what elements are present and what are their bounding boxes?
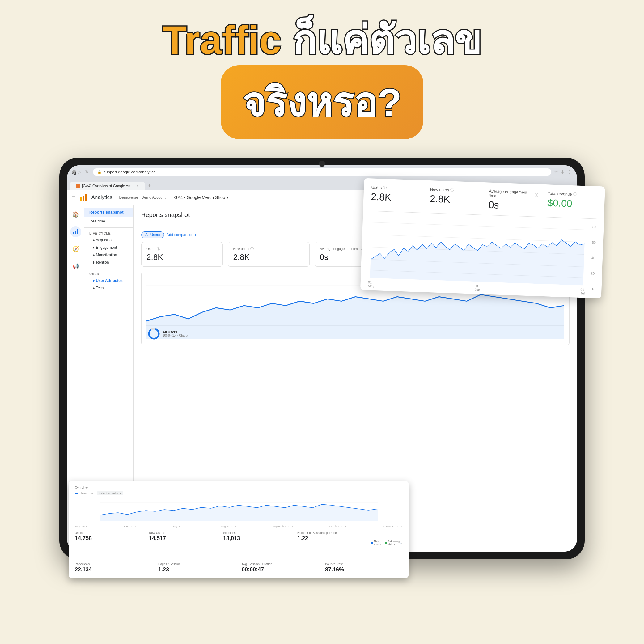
breadcrumb-arrow: › (169, 195, 171, 200)
url-bar[interactable]: 🔒 support.google.com/analytics (93, 168, 551, 176)
sessions-per-user-value: 1.22 (297, 535, 365, 542)
users-bottom-label: Users (75, 531, 143, 535)
svg-rect-1 (83, 196, 84, 201)
realtime-nav[interactable]: Realtime (84, 217, 133, 226)
new-users-label: New users ⓘ (233, 247, 304, 251)
users-label: Users ⓘ (146, 247, 218, 251)
browser-forward[interactable]: ▷ (78, 169, 83, 175)
engagement-nav[interactable]: ▸ Engagement (84, 244, 133, 251)
users-stat: Users 14,756 (75, 531, 143, 556)
floating-analytics-card: Users ⓘ 2.8K New users ⓘ 2.8K Average en… (360, 178, 605, 298)
floating-engagement-label: Average engagement time ⓘ (489, 189, 539, 200)
tech-nav[interactable]: ▸ Tech (84, 284, 133, 292)
tablet-wrapper: ◁ ▷ ↻ 🔒 support.google.com/analytics ☆ ⬇… (59, 158, 585, 559)
floating-revenue-value: $0.00 (547, 197, 597, 210)
all-users-chip[interactable]: All Users (141, 231, 164, 238)
download-icon[interactable]: ⬇ (561, 169, 565, 175)
users-card: Users ⓘ 2.8K (141, 242, 223, 267)
hamburger-icon[interactable]: ≡ (72, 194, 75, 201)
svg-marker-10 (146, 294, 564, 339)
floating-engagement-info: ⓘ (535, 192, 539, 197)
x-label-may: 01May (368, 280, 375, 288)
x-label-jun: 01Jun (474, 284, 480, 292)
avg-duration-label: Avg. Session Duration (242, 562, 319, 566)
bounce-rate-stat: Bounce Rate 87.16% (325, 562, 402, 573)
title-traffic: Traffic (163, 18, 281, 62)
new-users-value: 2.8K (233, 252, 304, 262)
reports-bar-icon (73, 229, 79, 235)
tablet-camera (319, 161, 325, 167)
floating-users-value: 2.8K (371, 191, 421, 204)
more-icon[interactable]: ⋮ (567, 169, 572, 175)
date-sep2017: September 2017 (273, 525, 293, 528)
users-info-icon[interactable]: ⓘ (157, 247, 160, 251)
title-rest: ก็แค่ตัวเลข (281, 18, 481, 62)
floating-new-users-value: 2.8K (430, 193, 480, 206)
pie-legend: New Visitor Returning Visitor (371, 540, 400, 546)
svg-line-14 (371, 235, 585, 242)
property-select[interactable]: GA4 - Google Merch Shop ▾ (174, 195, 229, 200)
pageviews-stat: Pageviews 22,134 (75, 562, 152, 573)
bottom-stats-row2: Pageviews 22,134 Pages / Session 1.23 Av… (75, 562, 402, 573)
floating-revenue-label: Total revenue ⓘ (548, 191, 597, 198)
active-tab[interactable]: [GA4] Overview of Google An... × (70, 182, 145, 190)
bottom-screenshot-card: Overview Users vs. Select a metric ▾ (69, 481, 409, 578)
all-users-chart-label: All Users (163, 330, 188, 334)
pages-session-value: 1.23 (158, 566, 235, 573)
sessions-per-user-label: Number of Sessions per User (297, 531, 365, 535)
engagement-arrow-icon: ▸ (93, 245, 96, 250)
retention-nav[interactable]: Retention (84, 259, 133, 266)
date-jul2017: July 2017 (172, 525, 184, 528)
svg-rect-5 (77, 229, 78, 234)
sessions-per-user-stat: Number of Sessions per User 1.22 (297, 531, 365, 556)
avg-duration-value: 00:00:47 (242, 566, 319, 573)
new-visitor-legend: New Visitor (371, 540, 383, 546)
realtime-label: Realtime (89, 219, 105, 223)
pageviews-value: 22,134 (75, 566, 152, 573)
pages-session-label: Pages / Session (158, 562, 235, 566)
x-label-jul: 01Jul (580, 288, 585, 295)
new-tab-btn[interactable]: + (145, 181, 154, 190)
bottom-select[interactable]: Select a metric ▾ (97, 491, 123, 495)
title-line2: จริงหรอ? (242, 80, 401, 125)
home-icon-btn[interactable]: 🏠 (70, 209, 81, 220)
new-users-stat: New Users 14,517 (149, 531, 217, 556)
explore-icon-btn[interactable]: 🧭 (70, 244, 81, 255)
title-line2-wrapper: จริงหรอ? (221, 65, 423, 139)
sessions-stat: Sessions 18,013 (223, 531, 291, 556)
date-may2017: May 2017 (75, 525, 87, 528)
advertising-icon-btn[interactable]: 📢 (70, 261, 81, 272)
browser-refresh[interactable]: ↻ (85, 169, 91, 175)
reports-snapshot-nav[interactable]: Reports snapshot (84, 208, 133, 217)
bookmark-icon[interactable]: ☆ (554, 169, 558, 175)
floating-stats-row: Users ⓘ 2.8K New users ⓘ 2.8K Average en… (371, 184, 598, 219)
new-users-bottom-value: 14,517 (149, 535, 217, 542)
svg-line-13 (372, 222, 585, 230)
bottom-stats-row1: Users 14,756 New Users 14,517 Sessions 1… (75, 531, 402, 559)
acquisition-nav[interactable]: ▸ Acquisition (84, 236, 133, 244)
analytics-logo-icon (79, 193, 88, 202)
users-bottom-value: 14,756 (75, 535, 143, 542)
url-text: support.google.com/analytics (104, 170, 155, 174)
add-comparison-btn[interactable]: Add comparison + (167, 233, 197, 237)
sidebar-divider2 (84, 268, 133, 268)
title-line1: Traffic ก็แค่ตัวเลข (163, 19, 481, 62)
new-users-info-icon[interactable]: ⓘ (250, 247, 254, 251)
bounce-rate-label: Bounce Rate (325, 562, 402, 566)
reports-icon-btn[interactable] (70, 226, 81, 237)
floating-new-users-info: ⓘ (450, 187, 454, 193)
title-area: Traffic ก็แค่ตัวเลข จริงหรอ? (163, 19, 481, 139)
date-aug2017: August 2017 (221, 525, 236, 528)
floating-revenue: Total revenue ⓘ $0.00 (547, 191, 598, 214)
svg-text:87.16%: 87.16% (401, 543, 402, 544)
user-attributes-nav[interactable]: ▸ User Attributes (84, 277, 133, 284)
date-jun2017: June 2017 (123, 525, 136, 528)
new-users-bottom-label: New Users (149, 531, 217, 535)
svg-rect-0 (80, 197, 82, 201)
tab-close-icon[interactable]: × (137, 184, 139, 188)
pages-session-stat: Pages / Session 1.23 (158, 562, 235, 573)
browser-back[interactable]: ◁ (72, 170, 76, 174)
analytics-label: Analytics (91, 194, 112, 201)
monetization-nav[interactable]: ▸ Monetization (84, 251, 133, 259)
users-value: 2.8K (146, 252, 218, 262)
